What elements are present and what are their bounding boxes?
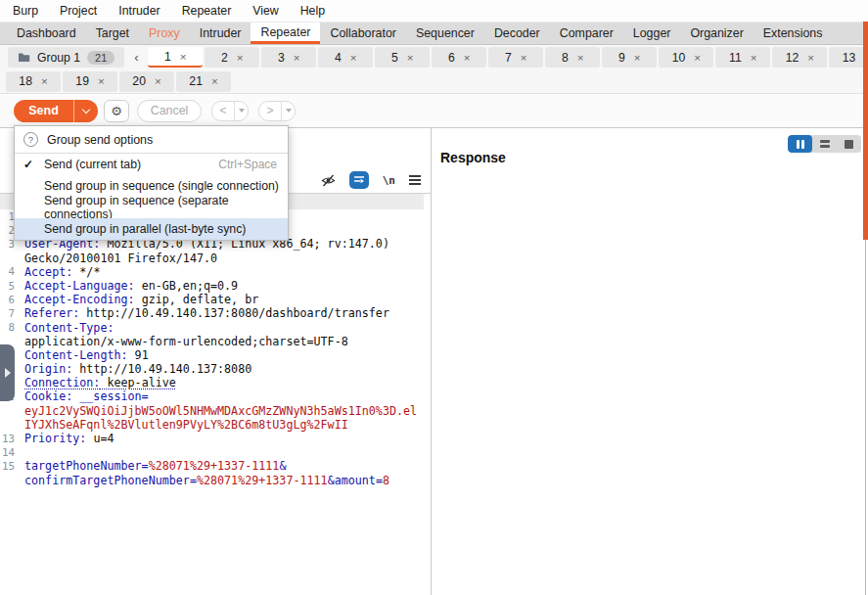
send-options-dropdown-button[interactable] bbox=[73, 100, 98, 122]
tab-intruder[interactable]: Intruder bbox=[190, 23, 251, 44]
close-icon[interactable]: × bbox=[350, 52, 357, 64]
tab-number: 2 bbox=[221, 51, 228, 65]
repeater-tab-5[interactable]: 5× bbox=[375, 47, 430, 68]
menu-help[interactable]: Help bbox=[290, 0, 336, 22]
tab-number: 6 bbox=[448, 51, 455, 65]
back-button[interactable]: < bbox=[211, 101, 249, 121]
close-icon[interactable]: × bbox=[211, 75, 218, 87]
tab-number: 21 bbox=[189, 74, 203, 88]
tab-number: 11 bbox=[729, 51, 742, 65]
tab-decoder[interactable]: Decoder bbox=[484, 23, 550, 44]
close-icon[interactable]: × bbox=[294, 52, 300, 64]
menu-item-1[interactable]: ✓Send (current tab)Ctrl+Space bbox=[15, 154, 288, 175]
close-icon[interactable]: × bbox=[41, 75, 48, 87]
menu-project[interactable]: Project bbox=[49, 0, 108, 22]
tab-collaborator[interactable]: Collaborator bbox=[320, 23, 406, 44]
tab-repeater[interactable]: Repeater bbox=[251, 23, 320, 44]
tab-logger[interactable]: Logger bbox=[623, 23, 681, 44]
repeater-tab-11[interactable]: 11× bbox=[715, 47, 770, 68]
response-panel[interactable]: Response bbox=[432, 128, 868, 595]
word-wrap-toggle[interactable] bbox=[349, 171, 369, 189]
close-icon[interactable]: × bbox=[155, 75, 161, 87]
close-icon[interactable]: × bbox=[634, 52, 641, 64]
back-history-dropdown[interactable] bbox=[234, 102, 248, 120]
scrollbar-thumb[interactable] bbox=[863, 22, 868, 240]
editor-menu-icon[interactable] bbox=[409, 175, 421, 185]
app-menubar: BurpProjectIntruderRepeaterViewHelp bbox=[0, 0, 868, 23]
menu-item-label: Send group in sequence (separate connect… bbox=[44, 194, 288, 221]
repeater-tab-6[interactable]: 6× bbox=[432, 47, 486, 68]
repeater-tab-2[interactable]: 2× bbox=[205, 47, 259, 68]
close-icon[interactable]: × bbox=[521, 52, 527, 64]
show-newlines-toggle[interactable]: \n bbox=[383, 174, 395, 187]
tab-extensions[interactable]: Extensions bbox=[754, 23, 833, 44]
repeater-tab-1[interactable]: 1× bbox=[148, 47, 203, 68]
tab-dashboard[interactable]: Dashboard bbox=[7, 23, 86, 44]
tab-group-1[interactable]: Group 1 21 bbox=[8, 47, 124, 68]
tab-comparer[interactable]: Comparer bbox=[550, 23, 623, 44]
repeater-tab-9[interactable]: 9× bbox=[602, 47, 657, 68]
repeater-tab-21[interactable]: 21× bbox=[176, 71, 231, 92]
tab-sequencer[interactable]: Sequencer bbox=[406, 23, 484, 44]
menu-item-4[interactable]: Send group in parallel (last-byte sync) bbox=[15, 218, 288, 240]
close-icon[interactable]: × bbox=[694, 52, 701, 64]
close-icon[interactable]: × bbox=[407, 52, 414, 64]
repeater-tabrow-2: 18×19×20×21× bbox=[0, 69, 868, 94]
menu-view[interactable]: View bbox=[242, 0, 289, 22]
layout-switcher bbox=[788, 135, 861, 153]
request-line: Gecko/20100101 Firefox/147.0 bbox=[0, 252, 431, 265]
repeater-tab-20[interactable]: 20× bbox=[119, 71, 174, 92]
request-editor[interactable]: 123User-Agent: Mozilla/5.0 (X11; Linux x… bbox=[0, 209, 431, 487]
request-line: 12Cookie: __session= bbox=[0, 389, 431, 403]
repeater-tab-7[interactable]: 7× bbox=[488, 47, 543, 68]
close-icon[interactable]: × bbox=[807, 52, 814, 64]
layout-columns-button[interactable] bbox=[788, 135, 812, 153]
tab-number: 7 bbox=[505, 51, 512, 65]
request-line: 14 bbox=[0, 445, 431, 459]
repeater-tab-18[interactable]: 18× bbox=[6, 71, 61, 92]
close-icon[interactable]: × bbox=[98, 75, 105, 87]
menu-burp[interactable]: Burp bbox=[2, 0, 49, 22]
close-icon[interactable]: × bbox=[577, 52, 584, 64]
sidebar-expand-handle[interactable] bbox=[0, 344, 15, 401]
close-icon[interactable]: × bbox=[180, 51, 187, 63]
close-icon[interactable]: × bbox=[751, 52, 757, 64]
close-icon[interactable]: × bbox=[464, 52, 471, 64]
menu-item-3[interactable]: Send group in sequence (separate connect… bbox=[15, 197, 288, 218]
group-collapse-button[interactable]: ‹ bbox=[128, 50, 144, 65]
send-options-menu-header: ? Group send options bbox=[15, 126, 288, 154]
scrollbar-track[interactable] bbox=[865, 240, 866, 595]
request-line: 11Connection: keep-alive bbox=[0, 376, 431, 389]
layout-rows-button[interactable] bbox=[812, 135, 837, 153]
forward-history-dropdown[interactable] bbox=[281, 102, 295, 120]
back-arrow: < bbox=[212, 104, 234, 117]
tab-organizer[interactable]: Organizer bbox=[680, 23, 753, 44]
hide-nonprintable-icon[interactable] bbox=[321, 174, 336, 187]
request-line: 5Accept-Language: en-GB,en;q=0.9 bbox=[0, 279, 431, 293]
forward-button[interactable]: > bbox=[258, 101, 296, 121]
tab-target[interactable]: Target bbox=[86, 23, 139, 44]
repeater-tab-3[interactable]: 3× bbox=[261, 47, 316, 68]
layout-single-button[interactable] bbox=[837, 135, 861, 153]
group-label: Group 1 bbox=[37, 51, 80, 65]
settings-button[interactable]: ⚙ bbox=[104, 100, 129, 122]
request-line: application/x-www-form-urlencoded;charse… bbox=[0, 335, 431, 348]
repeater-tab-10[interactable]: 10× bbox=[659, 47, 713, 68]
repeater-tab-4[interactable]: 4× bbox=[318, 47, 373, 68]
line-number: 14 bbox=[0, 446, 18, 459]
tab-proxy[interactable]: Proxy bbox=[139, 23, 190, 44]
menu-repeater[interactable]: Repeater bbox=[171, 0, 243, 22]
check-icon: ✓ bbox=[23, 158, 33, 171]
repeater-tab-8[interactable]: 8× bbox=[545, 47, 600, 68]
triangle-down-icon bbox=[239, 109, 245, 113]
menu-intruder[interactable]: Intruder bbox=[108, 0, 170, 22]
repeater-tab-19[interactable]: 19× bbox=[63, 71, 117, 92]
repeater-tab-12[interactable]: 12× bbox=[772, 47, 827, 68]
line-number: 4 bbox=[0, 265, 18, 278]
send-button[interactable]: Send bbox=[14, 100, 98, 122]
help-icon[interactable]: ? bbox=[23, 132, 38, 147]
tab-number: 8 bbox=[562, 51, 569, 65]
cancel-button[interactable]: Cancel bbox=[137, 100, 202, 122]
line-content: Priority: u=4 bbox=[18, 432, 114, 445]
close-icon[interactable]: × bbox=[237, 52, 244, 64]
